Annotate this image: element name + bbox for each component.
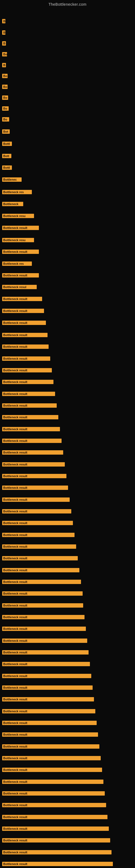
bottleneck-label: Bottleneck resul bbox=[2, 285, 37, 289]
list-item: Bottleneck result bbox=[0, 579, 135, 585]
bottleneck-label: Bottleneck result bbox=[2, 709, 95, 713]
list-item: Bo bbox=[0, 105, 135, 112]
list-item: Bottleneck result bbox=[0, 638, 135, 644]
bottleneck-label: Bo bbox=[2, 95, 8, 100]
list-item: Bottleneck resul bbox=[0, 284, 135, 290]
list-item: Bottleneck result bbox=[0, 379, 135, 385]
list-item: Bottleneck result bbox=[0, 520, 135, 526]
bottleneck-label: Bottleneck result bbox=[2, 568, 79, 572]
bottleneck-label: Bottleneck result bbox=[2, 392, 55, 396]
list-item: Bottleneck res bbox=[0, 260, 135, 267]
list-item: Bottleneck result bbox=[0, 649, 135, 656]
bottleneck-label: Bo bbox=[2, 52, 7, 56]
bottleneck-label: Bottleneck result bbox=[2, 403, 57, 408]
list-item: Bo bbox=[0, 84, 135, 90]
bottleneck-label: Bottleneck result bbox=[2, 250, 39, 254]
bottleneck-label: Bottleneck result bbox=[2, 591, 83, 596]
list-item: Bottleneck result bbox=[0, 661, 135, 667]
bottleneck-label: Bottleneck res bbox=[2, 261, 32, 266]
bottleneck-label: Bottleneck result bbox=[2, 509, 71, 514]
bottleneck-label: Bo bbox=[2, 117, 9, 122]
bottleneck-label: Bottleneck result bbox=[2, 803, 106, 807]
bottleneck-label: Bottl bbox=[2, 142, 12, 146]
list-item: B bbox=[0, 29, 135, 36]
bottleneck-label: Bottleneck result bbox=[2, 744, 99, 749]
bottleneck-label: Bottleneck result bbox=[2, 297, 42, 301]
bottleneck-label: Bottleneck result bbox=[2, 768, 102, 772]
list-item: Bottleneck result bbox=[0, 414, 135, 421]
list-item: Bottleneck result bbox=[0, 602, 135, 609]
list-item: Bo bbox=[0, 73, 135, 79]
list-item: Bo bbox=[0, 116, 135, 123]
list-item: Bottleneck result bbox=[0, 508, 135, 515]
bottleneck-label: Bottleneck result bbox=[2, 650, 89, 654]
bottleneck-label: Bottleneck result bbox=[2, 556, 78, 560]
list-item: Bo bbox=[0, 94, 135, 101]
list-item: Bottleneck result bbox=[0, 308, 135, 314]
list-item: Bottleneck result bbox=[0, 532, 135, 538]
list-item: Bottleneck result bbox=[0, 343, 135, 350]
list-item: Bottleneck result bbox=[0, 437, 135, 444]
list-item: Bottleneck res bbox=[0, 189, 135, 195]
list-item: Bottleneck result bbox=[0, 684, 135, 691]
list-item: Bottleneck result bbox=[0, 248, 135, 255]
list-item: Bottleneck result bbox=[0, 778, 135, 785]
bottleneck-label: Bottleneck result bbox=[2, 368, 52, 372]
list-item: Bottleneck bbox=[0, 201, 135, 207]
bottleneck-label: Bottleneck result bbox=[2, 462, 65, 467]
list-item: Bot bbox=[0, 128, 135, 135]
list-item: Bottleneck result bbox=[0, 332, 135, 338]
list-item: Bottleneck result bbox=[0, 449, 135, 456]
bottleneck-label: Bottleneck result bbox=[2, 226, 39, 230]
list-item: Bottleneck result bbox=[0, 567, 135, 574]
bottleneck-label: Bottleneck result bbox=[2, 450, 63, 455]
bottleneck-label: Bottleneck result bbox=[2, 273, 39, 278]
list-item: Bottleneck result bbox=[0, 720, 135, 726]
bottleneck-label: Bottleneck result bbox=[2, 815, 107, 819]
bottleneck-label: Bottleneck result bbox=[2, 685, 93, 690]
list-item: Bottleneck result bbox=[0, 296, 135, 302]
site-title: TheBottlenecker.com bbox=[0, 0, 135, 8]
list-item: Bottleneck result bbox=[0, 391, 135, 397]
list-item: Bottl bbox=[0, 141, 135, 147]
bottleneck-label: Bottleneck result bbox=[2, 309, 44, 313]
bottleneck-label: Bottleneck resu bbox=[2, 238, 34, 242]
items-container: BBBBoBBoBoBoBoBoBotBottlBottBottlBottlen… bbox=[0, 8, 135, 865]
bottleneck-label: Bottleneck result bbox=[2, 439, 61, 443]
list-item: Bottleneck result bbox=[0, 743, 135, 750]
bottleneck-label: Bottlenec bbox=[2, 177, 21, 182]
bottleneck-label: B bbox=[2, 41, 6, 45]
bottleneck-label: Bottleneck result bbox=[2, 674, 91, 678]
bottleneck-label: Bottleneck result bbox=[2, 756, 101, 760]
bottleneck-label: Bottleneck result bbox=[2, 662, 90, 666]
list-item: Bottleneck result bbox=[0, 814, 135, 820]
bottleneck-label: Bottleneck result bbox=[2, 533, 75, 537]
bottleneck-label: Bottleneck result bbox=[2, 838, 110, 842]
bottleneck-label: Bottleneck result bbox=[2, 333, 48, 337]
bottleneck-label: Bot bbox=[2, 129, 10, 134]
bottleneck-label: Bo bbox=[2, 74, 8, 78]
bottleneck-label: Bottleneck res bbox=[2, 190, 32, 194]
list-item: Bottleneck result bbox=[0, 555, 135, 561]
list-item: Bottleneck result bbox=[0, 473, 135, 479]
bottleneck-label: B bbox=[2, 30, 5, 35]
list-item: Bo bbox=[0, 51, 135, 58]
bottleneck-label: Bottleneck bbox=[2, 202, 23, 206]
list-item: Bottleneck result bbox=[0, 272, 135, 279]
bottleneck-label: Bottleneck result bbox=[2, 733, 98, 737]
list-item: Bottleneck result bbox=[0, 625, 135, 632]
list-item: Bottleneck result bbox=[0, 673, 135, 679]
list-item: Bottleneck result bbox=[0, 590, 135, 597]
bottleneck-label: Bottleneck result bbox=[2, 380, 53, 384]
bottleneck-label: Bottleneck result bbox=[2, 850, 111, 855]
bottleneck-label: B bbox=[2, 63, 6, 67]
list-item: Bottleneck result bbox=[0, 485, 135, 491]
bottleneck-label: Bo bbox=[2, 85, 8, 89]
bottleneck-label: Bottleneck result bbox=[2, 721, 97, 725]
list-item: Bottleneck result bbox=[0, 767, 135, 773]
list-item: Bottleneck result bbox=[0, 696, 135, 703]
bottleneck-label: Bottleneck result bbox=[2, 356, 50, 361]
bottleneck-label: Bottleneck result bbox=[2, 474, 66, 478]
bottleneck-label: B bbox=[2, 19, 5, 23]
list-item: Bottlenec bbox=[0, 176, 135, 183]
